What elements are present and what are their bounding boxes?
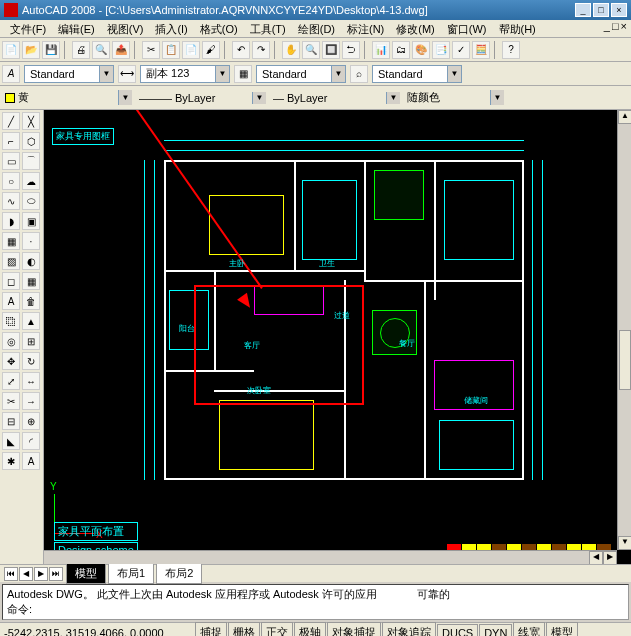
insert-block-tool[interactable]: ▣ bbox=[22, 212, 40, 230]
dyn-toggle[interactable]: DYN bbox=[479, 624, 512, 637]
open-button[interactable]: 📂 bbox=[22, 41, 40, 59]
tab-next[interactable]: ▶ bbox=[34, 567, 48, 581]
table-style-icon[interactable]: ▦ bbox=[234, 65, 252, 83]
point-tool[interactable]: · bbox=[22, 232, 40, 250]
tab-last[interactable]: ⏭ bbox=[49, 567, 63, 581]
save-button[interactable]: 💾 bbox=[42, 41, 60, 59]
break-tool[interactable]: ⊟ bbox=[2, 412, 20, 430]
copy-tool[interactable]: ⿻ bbox=[2, 312, 20, 330]
snap-toggle[interactable]: 捕捉 bbox=[195, 622, 227, 636]
circle-tool[interactable]: ○ bbox=[2, 172, 20, 190]
linetype-combo[interactable]: ——— ByLayer ▼ bbox=[136, 92, 266, 104]
gradient-tool[interactable]: ◐ bbox=[22, 252, 40, 270]
menu-format[interactable]: 格式(O) bbox=[194, 20, 244, 37]
menu-insert[interactable]: 插入(I) bbox=[149, 20, 193, 37]
lineweight-combo[interactable]: — ByLayer ▼ bbox=[270, 92, 400, 104]
tab-model[interactable]: 模型 bbox=[66, 563, 106, 584]
menu-edit[interactable]: 编辑(E) bbox=[52, 20, 101, 37]
make-block-tool[interactable]: ▦ bbox=[2, 232, 20, 250]
paste-button[interactable]: 📄 bbox=[182, 41, 200, 59]
offset-tool[interactable]: ◎ bbox=[2, 332, 20, 350]
tab-layout1[interactable]: 布局1 bbox=[108, 563, 154, 584]
explode-tool[interactable]: ✱ bbox=[2, 452, 20, 470]
h-scrollbar[interactable]: ▶ ◀ bbox=[44, 550, 617, 564]
menu-dimension[interactable]: 标注(N) bbox=[341, 20, 390, 37]
doc-close-button[interactable]: × bbox=[621, 20, 627, 37]
menu-draw[interactable]: 绘图(D) bbox=[292, 20, 341, 37]
doc-minimize-button[interactable]: _ bbox=[604, 20, 610, 37]
move-tool[interactable]: ✥ bbox=[2, 352, 20, 370]
polar-toggle[interactable]: 极轴 bbox=[294, 622, 326, 636]
menu-file[interactable]: 文件(F) bbox=[4, 20, 52, 37]
scale-tool[interactable]: ⤢ bbox=[2, 372, 20, 390]
zoom-rt-button[interactable]: 🔍 bbox=[302, 41, 320, 59]
drawing-canvas[interactable]: 家具专用图框 bbox=[44, 110, 631, 564]
hatch-tool[interactable]: ▨ bbox=[2, 252, 20, 270]
join-tool[interactable]: ⊕ bbox=[22, 412, 40, 430]
menu-window[interactable]: 窗口(W) bbox=[441, 20, 493, 37]
tab-prev[interactable]: ◀ bbox=[19, 567, 33, 581]
mtext-tool[interactable]: A bbox=[2, 292, 20, 310]
properties-button[interactable]: 📊 bbox=[372, 41, 390, 59]
extend-tool[interactable]: → bbox=[22, 392, 40, 410]
table-style-combo[interactable]: Standard ▼ bbox=[256, 65, 346, 83]
design-center-button[interactable]: 🗂 bbox=[392, 41, 410, 59]
rectangle-tool[interactable]: ▭ bbox=[2, 152, 20, 170]
ml-style-icon[interactable]: ⌕ bbox=[350, 65, 368, 83]
preview-button[interactable]: 🔍 bbox=[92, 41, 110, 59]
xline-tool[interactable]: ╳ bbox=[22, 112, 40, 130]
revcloud-tool[interactable]: ☁ bbox=[22, 172, 40, 190]
pline-tool[interactable]: ⌐ bbox=[2, 132, 20, 150]
copy-button[interactable]: 📋 bbox=[162, 41, 180, 59]
model-toggle[interactable]: 模型 bbox=[546, 622, 578, 636]
close-button[interactable]: × bbox=[611, 3, 627, 17]
menu-modify[interactable]: 修改(M) bbox=[390, 20, 441, 37]
redo-button[interactable]: ↷ bbox=[252, 41, 270, 59]
text-a-tool[interactable]: A bbox=[22, 452, 40, 470]
region-tool[interactable]: ◻ bbox=[2, 272, 20, 290]
lwt-toggle[interactable]: 线宽 bbox=[513, 622, 545, 636]
pan-button[interactable]: ✋ bbox=[282, 41, 300, 59]
tool-palette-button[interactable]: 🎨 bbox=[412, 41, 430, 59]
spline-tool[interactable]: ∿ bbox=[2, 192, 20, 210]
menu-help[interactable]: 帮助(H) bbox=[493, 20, 542, 37]
rotate-tool[interactable]: ↻ bbox=[22, 352, 40, 370]
maximize-button[interactable]: □ bbox=[593, 3, 609, 17]
zoom-prev-button[interactable]: ⮌ bbox=[342, 41, 360, 59]
v-scrollbar[interactable]: ▲ ▼ bbox=[617, 110, 631, 550]
markup-button[interactable]: ✓ bbox=[452, 41, 470, 59]
chamfer-tool[interactable]: ◣ bbox=[2, 432, 20, 450]
fillet-tool[interactable]: ◜ bbox=[22, 432, 40, 450]
table-tool[interactable]: ▦ bbox=[22, 272, 40, 290]
calc-button[interactable]: 🧮 bbox=[472, 41, 490, 59]
print-button[interactable]: 🖨 bbox=[72, 41, 90, 59]
arc-tool[interactable]: ⌒ bbox=[22, 152, 40, 170]
ducs-toggle[interactable]: DUCS bbox=[437, 624, 478, 637]
polygon-tool[interactable]: ⬡ bbox=[22, 132, 40, 150]
sheet-set-button[interactable]: 📑 bbox=[432, 41, 450, 59]
erase-tool[interactable]: 🗑 bbox=[22, 292, 40, 310]
new-button[interactable]: 📄 bbox=[2, 41, 20, 59]
ml-style-combo[interactable]: Standard ▼ bbox=[372, 65, 462, 83]
cut-button[interactable]: ✂ bbox=[142, 41, 160, 59]
grid-toggle[interactable]: 栅格 bbox=[228, 622, 260, 636]
dim-style-icon[interactable]: ⟷ bbox=[118, 65, 136, 83]
ellipse-tool[interactable]: ⬭ bbox=[22, 192, 40, 210]
otrack-toggle[interactable]: 对象追踪 bbox=[382, 622, 436, 636]
help-button[interactable]: ? bbox=[502, 41, 520, 59]
command-line[interactable]: Autodesk DWG。 此文件上次由 Autodesk 应用程序或 Auto… bbox=[2, 584, 629, 620]
undo-button[interactable]: ↶ bbox=[232, 41, 250, 59]
match-prop-button[interactable]: 🖌 bbox=[202, 41, 220, 59]
mirror-tool[interactable]: ▲ bbox=[22, 312, 40, 330]
menu-tools[interactable]: 工具(T) bbox=[244, 20, 292, 37]
ellipsearc-tool[interactable]: ◗ bbox=[2, 212, 20, 230]
zoom-window-button[interactable]: 🔲 bbox=[322, 41, 340, 59]
plot-style-combo[interactable]: 随颜色 ▼ bbox=[404, 90, 504, 105]
line-tool[interactable]: ╱ bbox=[2, 112, 20, 130]
coordinates[interactable]: -5242.2315, 31519.4066, 0.0000 bbox=[4, 627, 194, 637]
text-style-combo[interactable]: Standard ▼ bbox=[24, 65, 114, 83]
osnap-toggle[interactable]: 对象捕捉 bbox=[327, 622, 381, 636]
ortho-toggle[interactable]: 正交 bbox=[261, 622, 293, 636]
publish-button[interactable]: 📤 bbox=[112, 41, 130, 59]
tab-layout2[interactable]: 布局2 bbox=[156, 563, 202, 584]
